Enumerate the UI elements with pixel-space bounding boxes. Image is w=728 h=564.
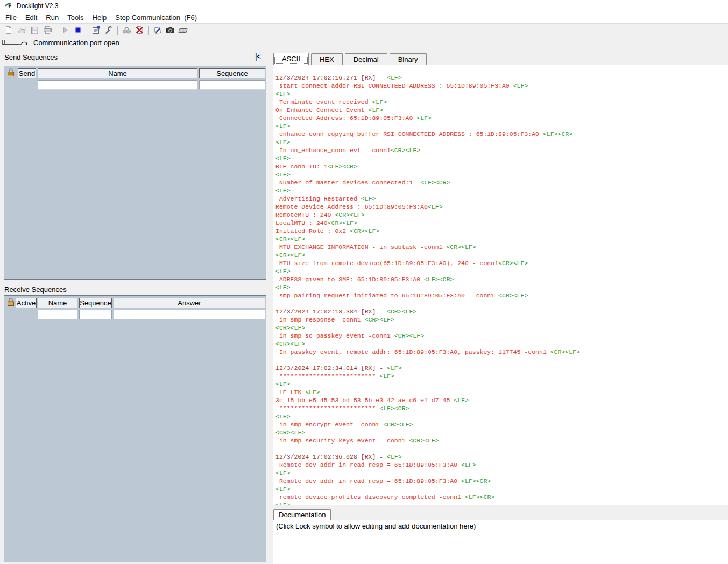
communication-status-text: Commmunication port open: [33, 39, 119, 47]
log-line: Initated Role : 0x2 <CR><LF>: [275, 227, 728, 235]
log-line: Remote dev addr in read resp = 65:1D:89:…: [275, 461, 728, 469]
send-sequences-panel: Send Name Sequence: [4, 66, 266, 280]
log-line: [275, 356, 728, 364]
send-button[interactable]: Send: [18, 68, 36, 78]
clear-window-icon[interactable]: [133, 25, 146, 36]
title-bar: Docklight V2.3: [0, 0, 728, 12]
tab-ascii[interactable]: ASCII: [273, 53, 309, 65]
log-line: <CR><LF>: [275, 251, 728, 259]
log-line: Connected Address: 65:1D:89:05:F3:A0 <LF…: [275, 114, 728, 122]
send-row-sequence-cell[interactable]: [199, 80, 265, 90]
menu-help[interactable]: Help: [88, 12, 111, 23]
send-sequences-title: Send Sequences: [4, 53, 58, 61]
menu-tools[interactable]: Tools: [63, 12, 88, 23]
log-line: On Enhance Connect Event <LF>: [275, 106, 728, 114]
log-line: start connect adddr RSI CONNECTEED ADDRE…: [275, 82, 728, 90]
tab-binary[interactable]: Binary: [390, 53, 427, 65]
documentation-placeholder-text: (Click Lock symbol to allow editing and …: [276, 522, 476, 530]
communication-log[interactable]: 12/3/2024 17:02:16.271 [RX] - <LF> start…: [273, 65, 728, 505]
edit-notes-icon[interactable]: [151, 25, 164, 36]
log-line: Remote dev addr in read resp = 65:1D:89:…: [275, 477, 728, 485]
log-line: Remote Device Address : 65:1D:89:05:F3:A…: [275, 203, 728, 211]
log-line: <LF>: [275, 283, 728, 291]
log-line: enhance conn copying buffer RSI CONNECTE…: [275, 130, 728, 138]
menu-edit[interactable]: Edit: [21, 12, 41, 23]
menu-file[interactable]: File: [1, 12, 21, 23]
receive-row-answer-cell[interactable]: [114, 310, 265, 319]
menu-run[interactable]: Run: [41, 12, 63, 23]
log-line: <LF>: [275, 154, 728, 162]
log-line: <LF>: [275, 485, 728, 493]
toolbar-separator: [148, 26, 149, 35]
snapshot-camera-icon[interactable]: [164, 25, 176, 36]
receive-sequences-title: Receive Sequences: [4, 285, 67, 294]
log-line: in smp encrypt event -conn1 <CR><LF>: [275, 420, 728, 429]
log-line: <LF>: [275, 469, 728, 477]
receive-sequences-panel: Active Name Sequence Answer: [4, 295, 266, 562]
receive-column-active-header: Active: [16, 298, 37, 308]
log-line: In passkey event, remote addr: 65:1D:89:…: [275, 348, 728, 356]
send-column-name-header: Name: [38, 68, 197, 78]
options-wrench-icon[interactable]: [102, 25, 115, 36]
toolbar-separator: [56, 26, 56, 35]
log-line: 12/3/2024 17:02:18.384 [RX] - <CR><LF>: [275, 308, 728, 316]
log-line: MTU EXCHANGE INFORMATION - in subtask -c…: [275, 243, 728, 251]
log-line: <LF>: [275, 412, 728, 420]
log-line: <LF>: [275, 170, 728, 179]
menu-stop-communication[interactable]: Stop Communication (F6): [111, 12, 201, 23]
log-line: smp pairing request initiated to 65:1D:8…: [275, 291, 728, 299]
app-logo-icon: [4, 2, 12, 10]
log-line: RemoteMTU : 240 <CR><LF>: [275, 211, 728, 219]
log-line: LE LTK <LF>: [275, 388, 728, 396]
log-line: <CR><LF>: [275, 324, 728, 332]
find-icon[interactable]: [120, 25, 133, 36]
log-line: 12/3/2024 17:02:34.014 [RX] - <LF>: [275, 364, 728, 372]
log-view-tabs: ASCII HEX Decimal Binary: [273, 53, 429, 65]
collapse-send-panel-button[interactable]: |<: [255, 52, 260, 61]
play-icon[interactable]: [59, 25, 72, 36]
send-column-sequence-header: Sequence: [199, 68, 265, 78]
log-line: ************************** <LF><CR>: [275, 404, 728, 412]
log-line: <CR><LF>: [275, 429, 728, 437]
log-line: <LF>: [275, 501, 728, 505]
receive-column-answer-header: Answer: [114, 298, 265, 308]
lock-icon[interactable]: [7, 297, 15, 306]
keyboard-console-icon[interactable]: [176, 25, 189, 36]
receive-column-name-header: Name: [38, 298, 77, 308]
log-line: <CR><LF>: [275, 340, 728, 348]
log-line: Advertising Restarted <LF>: [275, 195, 728, 203]
log-line: [275, 445, 728, 453]
tab-documentation[interactable]: Documentation: [273, 509, 331, 520]
save-icon[interactable]: [28, 25, 41, 36]
lock-icon[interactable]: [7, 68, 15, 77]
log-line: in smp security keys event -conn1 <CR><L…: [275, 437, 728, 445]
log-line: in smp response -conn1 <CR><LF>: [275, 316, 728, 324]
send-row-name-cell[interactable]: [38, 80, 197, 90]
tab-decimal[interactable]: Decimal: [345, 53, 387, 65]
log-line: LocalMTU : 240<CR><LF>: [275, 219, 728, 227]
communication-status-bar: Commmunication port open: [0, 38, 728, 48]
log-line: BLE conn ID: 1<LF><CR>: [275, 162, 728, 170]
log-line: In on_enhance_conn evt - conn1<CR><LF>: [275, 146, 728, 154]
log-line: ************************** <LF>: [275, 372, 728, 380]
toolbar-separator: [87, 26, 87, 35]
project-settings-icon[interactable]: [89, 25, 102, 36]
log-line: <CR><LF>: [275, 235, 728, 243]
log-line: <LF>: [275, 380, 728, 388]
log-line: 3c 15 bb e5 45 53 bd 53 5b e3 42 ae c6 e…: [275, 396, 728, 404]
new-file-icon[interactable]: [2, 25, 15, 36]
log-line: MTU size from remote device(65:1D:89:05:…: [275, 259, 728, 267]
open-project-icon[interactable]: [15, 25, 28, 36]
window-title: Docklight V2.3: [17, 2, 58, 10]
receive-row-name-cell[interactable]: [38, 310, 77, 319]
comm-port-icon: [1, 39, 30, 46]
log-line: ADRESS given to SMP: 65:1D:89:05:F3:A0 <…: [275, 275, 728, 283]
log-line: <LF>: [275, 187, 728, 195]
receive-row-sequence-cell[interactable]: [79, 310, 112, 319]
log-line: in smp sc passkey event -conn1 <CR><LF>: [275, 332, 728, 340]
documentation-area[interactable]: (Click Lock symbol to allow editing and …: [273, 520, 728, 564]
tab-hex[interactable]: HEX: [311, 53, 343, 65]
print-icon[interactable]: [41, 25, 54, 36]
stop-icon[interactable]: [72, 25, 84, 36]
menu-bar: File Edit Run Tools Help Stop Communicat…: [0, 12, 728, 24]
